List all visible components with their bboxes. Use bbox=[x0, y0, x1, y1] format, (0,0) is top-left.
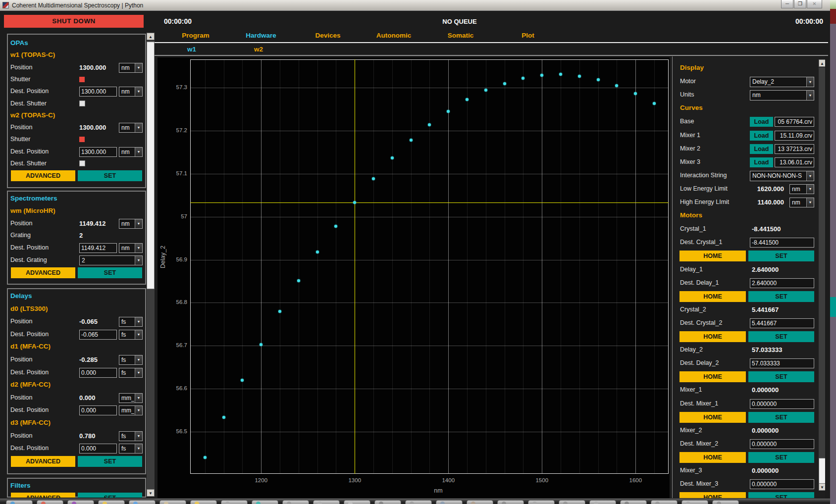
taskbar-button[interactable] bbox=[344, 500, 370, 504]
taskbar-button[interactable] bbox=[589, 500, 616, 504]
set-button[interactable]: SET bbox=[78, 493, 142, 498]
units-dropdown[interactable]: mm_▼ bbox=[119, 405, 143, 415]
tab-plot[interactable]: Plot bbox=[496, 32, 560, 39]
dest-position-input[interactable]: 0.000 bbox=[79, 405, 117, 415]
dest-motor-input[interactable]: 0.000000 bbox=[750, 439, 814, 449]
units-dropdown[interactable]: fs▼ bbox=[119, 317, 143, 327]
advanced-button[interactable]: ADVANCED bbox=[11, 493, 75, 498]
dest-motor-input[interactable]: 0.000000 bbox=[750, 399, 814, 409]
panel-scrollbar-up-arrow-icon[interactable]: ▲ bbox=[819, 59, 825, 67]
units-dropdown[interactable]: fs▼ bbox=[119, 431, 143, 441]
panel-scrollbar-thumb[interactable] bbox=[819, 458, 825, 484]
windows-taskbar[interactable] bbox=[0, 499, 830, 504]
taskbar-button[interactable] bbox=[67, 500, 94, 504]
set-button[interactable]: SET bbox=[748, 251, 814, 261]
dest-motor-input[interactable]: 57.033333 bbox=[750, 358, 814, 368]
dest-shutter-checkbox[interactable] bbox=[79, 101, 85, 106]
dest-position-input[interactable]: 1300.000 bbox=[79, 87, 117, 97]
home-button[interactable]: HOME bbox=[679, 251, 746, 261]
units-dropdown[interactable]: nm▼ bbox=[119, 147, 143, 157]
chevron-down-icon[interactable]: ▼ bbox=[135, 123, 142, 132]
set-button[interactable]: SET bbox=[748, 331, 814, 342]
panel-scrollbar-track[interactable] bbox=[819, 67, 825, 483]
units-dropdown[interactable]: fs▼ bbox=[119, 355, 143, 365]
load-button[interactable]: Load bbox=[750, 117, 773, 127]
plot-canvas[interactable]: nm Delay_2 57.357.257.15756.956.856.756.… bbox=[157, 57, 670, 498]
sidebar-scrollbar-up-arrow-icon[interactable]: ▲ bbox=[147, 33, 155, 40]
taskbar-button[interactable] bbox=[528, 500, 555, 504]
dest-position-input[interactable]: 1300.000 bbox=[79, 147, 117, 157]
set-button[interactable]: SET bbox=[748, 452, 814, 463]
motor-select[interactable]: Delay_2▼ bbox=[750, 77, 814, 87]
subtab-w2[interactable]: w2 bbox=[239, 46, 278, 53]
curve-file-input[interactable]: 05 67764.crv bbox=[775, 117, 814, 127]
window-titlebar[interactable]: Coherent Multidimensional Spectroscopy |… bbox=[0, 0, 830, 11]
home-button[interactable]: HOME bbox=[679, 371, 746, 382]
units-dropdown[interactable]: nm▼ bbox=[119, 243, 143, 253]
taskbar-button[interactable] bbox=[282, 500, 309, 504]
chevron-down-icon[interactable]: ▼ bbox=[135, 244, 142, 252]
units-dropdown[interactable]: nm▼ bbox=[119, 63, 143, 73]
chevron-down-icon[interactable]: ▼ bbox=[135, 394, 142, 403]
units-dropdown[interactable]: nm▼ bbox=[119, 219, 143, 229]
taskbar-button[interactable] bbox=[620, 500, 647, 504]
taskbar-button[interactable] bbox=[712, 500, 739, 504]
set-button[interactable]: SET bbox=[748, 412, 814, 423]
set-button[interactable]: SET bbox=[748, 492, 814, 498]
units-dropdown[interactable]: fs▼ bbox=[119, 368, 143, 378]
set-button[interactable]: SET bbox=[78, 267, 142, 278]
set-button[interactable]: SET bbox=[748, 371, 814, 382]
taskbar-button[interactable] bbox=[497, 500, 524, 504]
chevron-down-icon[interactable]: ▼ bbox=[135, 87, 142, 96]
home-button[interactable]: HOME bbox=[679, 452, 746, 463]
chevron-down-icon[interactable]: ▼ bbox=[135, 63, 142, 72]
load-button[interactable]: Load bbox=[750, 131, 773, 141]
shutdown-button[interactable]: SHUT DOWN bbox=[4, 15, 144, 28]
taskbar-button[interactable] bbox=[221, 500, 248, 504]
set-button[interactable]: SET bbox=[78, 456, 142, 467]
minimize-button[interactable]: ─ bbox=[781, 0, 793, 8]
taskbar-button[interactable] bbox=[98, 500, 125, 504]
chevron-down-icon[interactable]: ▼ bbox=[806, 171, 814, 181]
grating-select[interactable]: 2▼ bbox=[79, 255, 143, 265]
chevron-down-icon[interactable]: ▼ bbox=[135, 432, 142, 441]
chevron-down-icon[interactable]: ▼ bbox=[806, 185, 814, 194]
chevron-down-icon[interactable]: ▼ bbox=[806, 91, 814, 100]
dest-position-input[interactable]: 0.000 bbox=[79, 368, 117, 378]
home-button[interactable]: HOME bbox=[679, 492, 746, 498]
set-button[interactable]: SET bbox=[78, 170, 142, 181]
curve-file-input[interactable]: 13 37213.crv bbox=[775, 144, 814, 154]
units-dropdown[interactable]: mm_▼ bbox=[119, 393, 143, 403]
taskbar-button[interactable] bbox=[313, 500, 340, 504]
home-button[interactable]: HOME bbox=[679, 412, 746, 423]
maximize-button[interactable]: ❐ bbox=[794, 0, 806, 8]
chevron-down-icon[interactable]: ▼ bbox=[135, 406, 142, 415]
taskbar-button[interactable] bbox=[129, 500, 156, 504]
chevron-down-icon[interactable]: ▼ bbox=[135, 355, 142, 364]
dest-motor-input[interactable]: 5.441667 bbox=[750, 318, 814, 328]
curve-file-input[interactable]: 13.06.01.crv bbox=[775, 157, 814, 167]
units-dropdown[interactable]: fs▼ bbox=[119, 330, 143, 340]
units-select[interactable]: nm▼ bbox=[750, 90, 814, 101]
tab-hardware[interactable]: Hardware bbox=[229, 32, 293, 39]
taskbar-button[interactable] bbox=[6, 500, 33, 504]
taskbar-button[interactable] bbox=[559, 500, 585, 504]
taskbar-button[interactable] bbox=[436, 500, 463, 504]
chevron-down-icon[interactable]: ▼ bbox=[135, 368, 142, 377]
advanced-button[interactable]: ADVANCED bbox=[11, 267, 75, 278]
tab-program[interactable]: Program bbox=[163, 32, 228, 39]
dest-motor-input[interactable]: -8.441500 bbox=[750, 238, 814, 248]
chevron-down-icon[interactable]: ▼ bbox=[135, 444, 142, 453]
chevron-down-icon[interactable]: ▼ bbox=[135, 317, 142, 326]
taskbar-button[interactable] bbox=[405, 500, 432, 504]
taskbar-button[interactable] bbox=[252, 500, 278, 504]
dest-shutter-checkbox[interactable] bbox=[79, 160, 85, 166]
taskbar-button[interactable] bbox=[190, 500, 217, 504]
home-button[interactable]: HOME bbox=[679, 331, 746, 342]
dest-position-input[interactable]: 1149.412 bbox=[79, 243, 117, 253]
subtab-w1[interactable]: w1 bbox=[172, 46, 211, 53]
load-button[interactable]: Load bbox=[750, 157, 773, 167]
tab-autonomic[interactable]: Autonomic bbox=[362, 32, 426, 39]
units-dropdown[interactable]: nm▼ bbox=[789, 198, 814, 207]
chevron-down-icon[interactable]: ▼ bbox=[806, 198, 814, 207]
